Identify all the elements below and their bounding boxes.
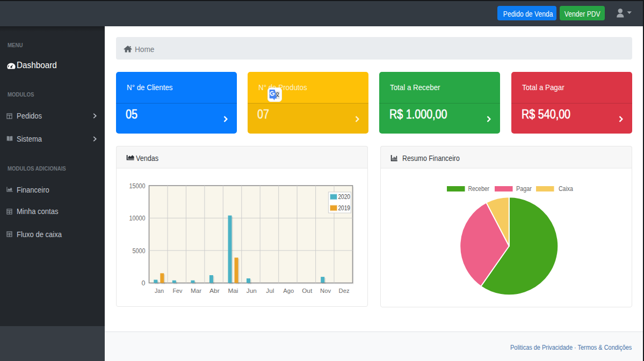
- svg-text:Nov: Nov: [320, 288, 331, 294]
- svg-text:Pagar: Pagar: [516, 185, 532, 193]
- svg-text:Out: Out: [302, 288, 313, 294]
- svg-text:5000: 5000: [133, 247, 146, 255]
- svg-text:Caixa: Caixa: [559, 185, 573, 193]
- svg-text:0: 0: [142, 279, 146, 287]
- svg-text:2019: 2019: [338, 204, 351, 212]
- svg-text:Mai: Mai: [228, 288, 238, 294]
- svg-text:Jan: Jan: [155, 288, 164, 294]
- svg-text:Jun: Jun: [247, 288, 257, 294]
- svg-text:Ago: Ago: [283, 288, 294, 294]
- svg-text:2020: 2020: [338, 193, 351, 201]
- svg-text:15000: 15000: [129, 182, 146, 190]
- svg-text:Dez: Dez: [339, 288, 350, 294]
- svg-text:Fev: Fev: [173, 288, 183, 294]
- svg-text:Receber: Receber: [468, 185, 490, 193]
- svg-text:Mar: Mar: [191, 288, 201, 294]
- svg-text:Abr: Abr: [209, 288, 220, 294]
- svg-text:10000: 10000: [129, 215, 146, 222]
- svg-text:Jul: Jul: [266, 288, 274, 294]
